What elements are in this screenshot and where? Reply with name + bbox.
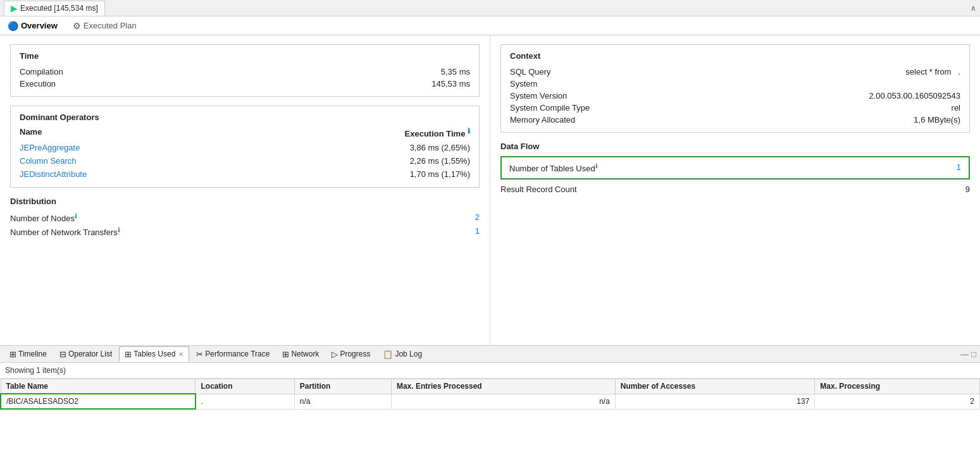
scroll-up-button[interactable]: ∧ (971, 4, 976, 13)
time-row-0: Compilation 5,35 ms (20, 66, 470, 78)
num-tables-label: Number of Tables Usedℹ (509, 162, 598, 173)
nav-executed-plan[interactable]: ⚙ Executed Plan (70, 20, 139, 32)
exec-time-info-icon: ℹ (468, 127, 470, 135)
table-area: Showing 1 item(s) Table Name Location Pa… (0, 363, 980, 410)
executed-plan-icon: ⚙ (73, 21, 81, 31)
network-transfers-label: Number of Network Transfersℹ (10, 226, 120, 237)
tab-icon: ▶ (11, 3, 18, 13)
nav-bar: 🔵 Overview ⚙ Executed Plan (0, 16, 980, 35)
context-title: Context (510, 51, 960, 61)
tab-operator-list-label: Operator List (68, 350, 112, 358)
nodes-label: Number of Nodesℹ (10, 212, 77, 223)
dominant-row-0[interactable]: JEPreAggregate 3,86 ms (2,65%) (20, 141, 470, 154)
tables-used-table: Table Name Location Partition Max. Entri… (0, 379, 980, 410)
context-section: Context SQL Query select * from . System… (500, 44, 970, 133)
dominant-link-1[interactable]: Column Search (20, 156, 77, 166)
progress-icon: ▷ (332, 350, 338, 359)
dominant-row-2[interactable]: JEDistinctAttribute 1,70 ms (1,17%) (20, 168, 470, 181)
cell-table-name: /BIC/ASALESADSO2 (1, 394, 195, 409)
system-version-value: 2.00.053.00.1605092543 (869, 91, 960, 101)
nav-overview-label: Overview (21, 21, 58, 30)
dataflow-section: Data Flow Number of Tables Usedℹ 1 Resul… (500, 142, 970, 195)
dominant-col-exec: Execution Time ℹ (405, 127, 470, 138)
tab-operator-list[interactable]: ⊟ Operator List (54, 346, 118, 362)
bottom-tabs: ⊞ Timeline ⊟ Operator List ⊞ Tables Used… (0, 345, 980, 363)
table-header-row: Table Name Location Partition Max. Entri… (1, 379, 980, 394)
cell-max-processing: 2 (815, 394, 980, 409)
cell-max-entries: n/a (391, 394, 615, 409)
dominant-link-0[interactable]: JEPreAggregate (20, 143, 80, 152)
dataflow-highlighted-row: Number of Tables Usedℹ 1 (500, 156, 970, 180)
dominant-header: Name Execution Time ℹ (20, 127, 470, 138)
tab-job-log-label: Job Log (395, 350, 422, 358)
distribution-row-1: Number of Network Transfersℹ 1 (10, 225, 480, 238)
time-row-1: Execution 145,53 ms (20, 78, 470, 90)
tab-job-log[interactable]: 📋 Job Log (377, 346, 428, 362)
dataflow-title: Data Flow (500, 142, 970, 151)
table-row: /BIC/ASALESADSO2 . n/a n/a 137 2 (1, 394, 980, 409)
tab-tables-used[interactable]: ⊞ Tables Used ✕ (119, 346, 189, 362)
time-section: Time Compilation 5,35 ms Execution 145,5… (10, 44, 480, 97)
sql-query-value: select * from . (905, 67, 960, 76)
dominant-value-1: 2,26 ms (1,55%) (410, 156, 470, 166)
cell-accesses: 137 (615, 394, 815, 409)
network-icon: ⊞ (282, 350, 289, 359)
right-panel: Context SQL Query select * from . System… (490, 35, 980, 345)
tables-used-close[interactable]: ✕ (178, 351, 183, 358)
dominant-link-2[interactable]: JEDistinctAttribute (20, 169, 87, 179)
system-version-label: System Version (510, 91, 567, 101)
executed-tab[interactable]: ▶ Executed [145,534 ms] (4, 1, 105, 16)
dominant-title: Dominant Operators (20, 113, 470, 122)
execution-label: Execution (20, 79, 56, 88)
compile-type-label: System Compile Type (510, 103, 590, 113)
col-max-entries: Max. Entries Processed (391, 379, 615, 394)
col-location: Location (195, 379, 294, 394)
context-row-4: Memory Allocated 1,6 MByte(s) (510, 114, 960, 126)
tab-timeline[interactable]: ⊞ Timeline (4, 346, 53, 362)
tab-progress[interactable]: ▷ Progress (326, 346, 376, 362)
tab-network[interactable]: ⊞ Network (276, 346, 325, 362)
nav-overview[interactable]: 🔵 Overview (5, 20, 60, 32)
distribution-row-0: Number of Nodesℹ 2 (10, 211, 480, 224)
result-record-row: Result Record Count 9 (500, 181, 970, 195)
sql-query-label: SQL Query (510, 67, 551, 76)
context-row-1: System (510, 78, 960, 90)
tab-controls: — □ (960, 350, 976, 359)
memory-value: 1,6 MByte(s) (914, 115, 960, 125)
result-record-label: Result Record Count (500, 185, 577, 194)
col-accesses: Number of Accesses (615, 379, 815, 394)
dominant-section: Dominant Operators Name Execution Time ℹ… (10, 106, 480, 188)
minimize-button[interactable]: — (960, 350, 969, 359)
compilation-label: Compilation (20, 67, 63, 76)
job-log-icon: 📋 (383, 350, 393, 359)
context-row-3: System Compile Type rel (510, 102, 960, 114)
context-row-2: System Version 2.00.053.00.1605092543 (510, 90, 960, 102)
showing-text: Showing 1 item(s) (0, 363, 980, 379)
cell-partition: n/a (294, 394, 391, 409)
dominant-row-1[interactable]: Column Search 2,26 ms (1,55%) (20, 154, 470, 168)
distribution-title: Distribution (10, 197, 480, 206)
tab-bar-top: ▶ Executed [145,534 ms] ∧ (0, 0, 980, 16)
tab-progress-label: Progress (340, 350, 370, 358)
col-table-name: Table Name (1, 379, 195, 394)
dominant-col-name: Name (20, 127, 42, 138)
operator-list-icon: ⊟ (59, 350, 66, 359)
overview-icon: 🔵 (8, 21, 18, 31)
tab-tables-used-label: Tables Used (133, 350, 175, 358)
time-title: Time (20, 51, 470, 61)
dominant-value-2: 1,70 ms (1,17%) (410, 169, 470, 179)
left-panel: Time Compilation 5,35 ms Execution 145,5… (0, 35, 490, 345)
num-tables-value: 1 (957, 162, 961, 173)
execution-value: 145,53 ms (431, 79, 470, 88)
tab-performance-trace[interactable]: ✂ Performance Trace (190, 346, 275, 362)
tab-network-label: Network (291, 350, 319, 358)
perf-trace-icon: ✂ (196, 350, 203, 359)
tab-performance-trace-label: Performance Trace (205, 350, 270, 358)
tab-label: Executed [145,534 ms] (20, 4, 98, 13)
compile-type-value: rel (952, 103, 960, 113)
distribution-section: Distribution Number of Nodesℹ 2 Number o… (10, 197, 480, 238)
tab-timeline-label: Timeline (18, 350, 47, 358)
maximize-button[interactable]: □ (971, 350, 976, 359)
cell-location: . (195, 394, 294, 409)
system-label: System (510, 79, 537, 88)
